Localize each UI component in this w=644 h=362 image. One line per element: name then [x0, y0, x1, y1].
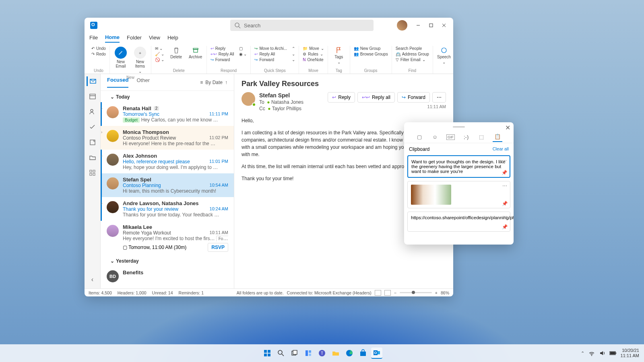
item-menu-icon[interactable]: ⋯: [502, 158, 507, 163]
expand-icon[interactable]: ›: [101, 106, 102, 111]
rail-calendar-icon[interactable]: [88, 92, 97, 101]
forward-button[interactable]: ↪ Forward: [209, 57, 235, 62]
tab-kaomoji-icon[interactable]: ;-): [462, 132, 470, 142]
reply-button[interactable]: ↩Reply: [328, 92, 355, 103]
message-item[interactable]: › Alex Johnson Hello, reference request …: [101, 150, 234, 173]
reply-all-button[interactable]: ↩↩ Reply All: [209, 51, 235, 57]
redo-button[interactable]: ↷ Redo: [90, 51, 107, 57]
filter-icon[interactable]: ≡: [200, 80, 203, 85]
sort-bydate[interactable]: By Date: [205, 80, 223, 85]
ribbon-tag-icon[interactable]: 🧹 ⌄: [154, 51, 165, 57]
outlook-button[interactable]: O: [371, 348, 382, 359]
clipboard-item[interactable]: Want to get your thoughts on the design.…: [407, 155, 510, 178]
view-reading-icon[interactable]: [384, 290, 391, 296]
tab-emoji-icon[interactable]: ☺: [431, 132, 439, 142]
browse-groups-button[interactable]: 👥 Browse Groups: [353, 51, 389, 57]
edge-button[interactable]: [344, 348, 355, 359]
qs-forward[interactable]: ↪ Forward: [253, 57, 288, 62]
zoom-in[interactable]: +: [435, 290, 438, 295]
archive-button[interactable]: Archive: [187, 46, 204, 60]
tab-focused[interactable]: Focused: [107, 77, 128, 88]
tab-clipboard-icon[interactable]: 📋: [493, 132, 502, 142]
menu-home[interactable]: Home: [105, 34, 120, 43]
rail-notes-icon[interactable]: [88, 138, 97, 147]
ribbon-envelope-icon[interactable]: ✉ ⌄: [154, 46, 165, 51]
rail-people-icon[interactable]: [88, 107, 97, 117]
date-yesterday[interactable]: ⌄ Yesterday: [101, 255, 234, 266]
teams-button[interactable]: T: [316, 348, 328, 359]
store-button[interactable]: [357, 348, 369, 359]
share-icon[interactable]: ◉ ⌄: [238, 51, 248, 57]
search-people-button[interactable]: Search People: [394, 46, 430, 51]
tray-chevron-icon[interactable]: ⌃: [581, 351, 584, 356]
explorer-button[interactable]: [330, 348, 341, 359]
delete-button[interactable]: Delete: [168, 46, 185, 60]
menu-folder[interactable]: Folder: [127, 35, 142, 42]
qs-reply-all[interactable]: ↩ Reply All: [253, 51, 288, 57]
rail-tasks-icon[interactable]: [88, 122, 97, 132]
onenote-button[interactable]: N OneNote: [301, 57, 325, 62]
undo-button[interactable]: ↶ Undo: [90, 46, 107, 51]
tab-recent-icon[interactable]: ▢: [415, 132, 423, 142]
pin-icon[interactable]: 📌: [502, 201, 508, 206]
item-menu-icon[interactable]: ⋯: [502, 183, 508, 189]
menu-file[interactable]: File: [89, 35, 98, 42]
move-button[interactable]: 📁 Move ⌄: [301, 46, 325, 51]
rail-mail-icon[interactable]: [87, 76, 97, 86]
close-button[interactable]: [438, 19, 450, 31]
pin-icon[interactable]: 📌: [502, 170, 507, 175]
volume-icon[interactable]: [599, 350, 605, 356]
view-normal-icon[interactable]: [375, 290, 381, 296]
ribbon-block-icon[interactable]: 🚫 ⌄: [154, 57, 165, 62]
new-items-button[interactable]: ＋New Items ⌄: [132, 46, 149, 74]
message-item[interactable]: BD Benefits: [101, 266, 234, 286]
filter-email-button[interactable]: ▽ Filter Email ⌄: [394, 57, 430, 62]
rail-files-icon[interactable]: [88, 153, 97, 162]
clock[interactable]: 10/20/2111:11 AM: [621, 348, 639, 358]
more-actions-button[interactable]: ⋯: [432, 92, 446, 103]
expand-icon[interactable]: ›: [101, 130, 102, 134]
rail-apps-icon[interactable]: [88, 168, 97, 178]
expand-icon[interactable]: ›: [101, 201, 102, 206]
forward-button[interactable]: ↪Forward: [397, 92, 430, 103]
rail-collapse[interactable]: ‹: [88, 275, 97, 284]
maximize-button[interactable]: [425, 19, 437, 31]
pin-icon[interactable]: 📌: [502, 224, 508, 230]
message-item[interactable]: › Monica Thompson Contoso Product Review…: [101, 126, 234, 150]
message-item[interactable]: › Renata Hall 2 Tomorrow's Sync11:11 PM …: [101, 102, 234, 126]
sort-arrow-icon[interactable]: ↑: [225, 80, 227, 85]
rules-button[interactable]: ⚙ Rules ⌄: [301, 51, 325, 57]
item-menu-icon[interactable]: ⋯: [502, 214, 508, 219]
speech-button[interactable]: Speech ⌄: [436, 46, 452, 65]
minimize-button[interactable]: [412, 19, 424, 31]
new-group-button[interactable]: 👥 New Group: [353, 46, 389, 51]
message-item[interactable]: Mikaela Lee Remote Yoga Workout10:11 AM …: [101, 221, 234, 255]
message-item[interactable]: Stefan Spel Contoso Planning10:54 AM Hi …: [101, 173, 234, 197]
new-email-button[interactable]: New Email: [112, 46, 129, 69]
wifi-icon[interactable]: [588, 350, 595, 356]
taskview-button[interactable]: [289, 348, 300, 359]
start-button[interactable]: [262, 348, 273, 359]
meeting-icon[interactable]: ▢: [238, 46, 248, 51]
user-avatar[interactable]: [397, 20, 407, 31]
menu-view[interactable]: View: [149, 35, 160, 42]
close-icon[interactable]: ✕: [505, 124, 510, 132]
reply-button[interactable]: ↩ Reply: [209, 46, 235, 51]
tab-gif-icon[interactable]: GIF: [446, 134, 455, 140]
zoom-out[interactable]: −: [394, 290, 396, 295]
tab-symbols-icon[interactable]: ⬚: [477, 132, 485, 142]
drag-handle[interactable]: [453, 126, 465, 128]
clipboard-item[interactable]: https://contoso.sharepoint/officedesign/…: [407, 212, 510, 232]
expand-icon[interactable]: ›: [101, 154, 102, 158]
move-to-button[interactable]: ↪ Move to Archi...: [253, 46, 288, 51]
zoom-slider[interactable]: [400, 292, 432, 293]
menu-help[interactable]: Help: [167, 35, 178, 42]
reply-all-button[interactable]: ↩↩Reply all: [357, 92, 395, 103]
tags-button[interactable]: Tags ⌄: [330, 46, 347, 65]
battery-icon[interactable]: [609, 351, 617, 356]
clipboard-item[interactable]: ⋯ 📌: [407, 181, 510, 208]
tab-other[interactable]: Other: [136, 77, 150, 87]
search-input[interactable]: Search: [230, 20, 374, 31]
message-item[interactable]: › Andre Lawson, Natasha Jones Thank you …: [101, 197, 234, 221]
rsvp-button[interactable]: RSVP: [208, 243, 228, 252]
